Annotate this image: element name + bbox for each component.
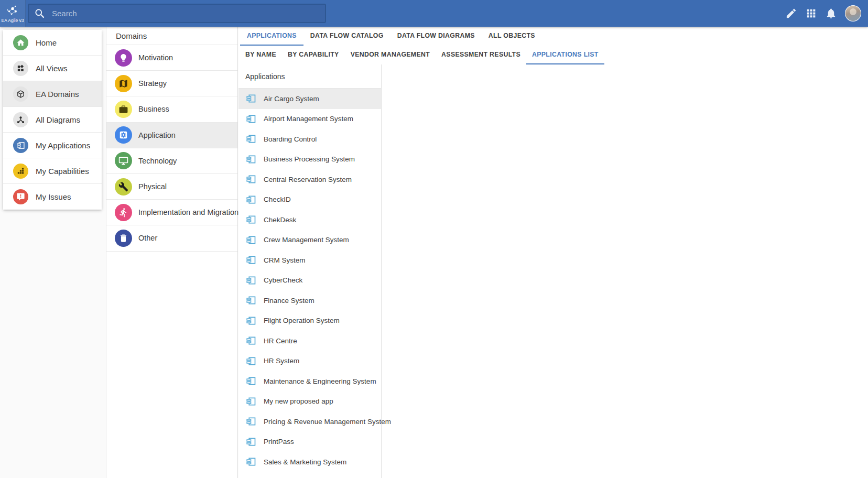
application-item-checkid[interactable]: CheckID: [238, 190, 381, 210]
domain-item-technology[interactable]: Technology: [106, 148, 237, 174]
application-item-sales-marketing-system[interactable]: Sales & Marketing System: [238, 452, 381, 472]
uml-component-icon: [245, 275, 257, 286]
sidebar-item-label: My Capabilities: [36, 167, 89, 176]
main-navigation: Home All Views EA Domains All Diagrams M…: [3, 30, 102, 210]
sidebar-item-my-applications[interactable]: My Applications: [3, 133, 102, 158]
sidebar-item-label: Home: [36, 38, 57, 47]
bell-icon[interactable]: [825, 7, 837, 19]
sidebar-item-label: EA Domains: [36, 90, 79, 99]
wrench-icon: [115, 178, 132, 195]
application-item-label: Flight Operation System: [264, 317, 340, 324]
app-logo[interactable]: EA Agile v3: [0, 0, 26, 27]
domain-item-other[interactable]: Other: [106, 225, 237, 251]
subtab-applications-list[interactable]: APPLICATIONS LIST: [526, 46, 604, 64]
sidebar-item-my-capabilities[interactable]: My Capabilities: [3, 158, 102, 184]
application-item-label: Pricing & Revenue Management System: [264, 418, 391, 426]
application-item-my-new-proposed-app[interactable]: My new proposed app: [238, 392, 381, 412]
application-item-printpass[interactable]: PrintPass: [238, 432, 381, 452]
tab-label: ALL OBJECTS: [489, 32, 535, 39]
applications-list: Air Cargo System Airport Management Syst…: [238, 89, 381, 472]
tab-label: DATA FLOW CATALOG: [310, 32, 384, 39]
application-item-flight-operation-system[interactable]: Flight Operation System: [238, 311, 381, 331]
domains-panel: Domains Motivation Strategy Business App…: [106, 27, 238, 478]
component-icon: [13, 138, 28, 153]
applications-list-title: Applications: [238, 64, 381, 89]
sidebar-item-my-issues[interactable]: My Issues: [3, 184, 102, 210]
bucket-icon: [115, 230, 132, 247]
application-item-label: ChekDesk: [264, 216, 296, 224]
uml-component-icon: [245, 316, 257, 326]
tab-applications[interactable]: APPLICATIONS: [240, 27, 303, 46]
uml-component-icon: [245, 174, 257, 184]
application-item-cybercheck[interactable]: CyberCheck: [238, 270, 381, 291]
tab-data-flow-diagrams[interactable]: DATA FLOW DIAGRAMS: [390, 27, 482, 46]
application-item-label: Air Cargo System: [264, 95, 319, 103]
uml-component-icon: [245, 295, 257, 306]
application-item-business-processing-system[interactable]: Business Processing System: [238, 149, 381, 170]
sub-tabs: BY NAME BY CAPABILITY VENDOR MANAGEMENT …: [238, 46, 868, 64]
application-item-pricing-revenue-management-system[interactable]: Pricing & Revenue Management System: [238, 411, 381, 432]
application-item-label: HR Centre: [264, 337, 297, 345]
application-item-finance-system[interactable]: Finance System: [238, 290, 381, 311]
issue-bubble-icon: [13, 189, 28, 204]
subtab-assessment-results[interactable]: ASSESSMENT RESULTS: [436, 46, 526, 64]
user-avatar[interactable]: [845, 5, 861, 21]
search-input[interactable]: [52, 9, 320, 18]
lightbulb-icon: [115, 49, 132, 67]
top-app-bar: EA Agile v3: [0, 0, 868, 27]
sidebar-item-all-views[interactable]: All Views: [3, 56, 102, 81]
subtab-label: VENDOR MANAGEMENT: [351, 51, 430, 58]
apps-grid-icon[interactable]: [805, 7, 817, 19]
main-tabs: APPLICATIONS DATA FLOW CATALOG DATA FLOW…: [238, 27, 868, 46]
tab-data-flow-catalog[interactable]: DATA FLOW CATALOG: [303, 27, 390, 46]
sidebar-item-ea-domains[interactable]: EA Domains: [3, 81, 102, 107]
application-item-chekdesk[interactable]: ChekDesk: [238, 210, 381, 230]
uml-component-icon: [245, 194, 257, 205]
application-item-hr-system[interactable]: HR System: [238, 351, 381, 372]
capability-grid-icon: [13, 164, 28, 179]
application-item-boarding-control[interactable]: Boarding Control: [238, 129, 381, 149]
domain-item-application[interactable]: Application: [106, 123, 237, 148]
domain-item-strategy[interactable]: Strategy: [106, 71, 237, 96]
application-item-label: HR System: [264, 357, 299, 365]
sidebar-item-all-diagrams[interactable]: All Diagrams: [3, 107, 102, 133]
application-item-label: Sales & Marketing System: [264, 458, 346, 466]
domains-panel-title: Domains: [106, 27, 237, 45]
domain-item-motivation[interactable]: Motivation: [106, 45, 237, 71]
application-item-crew-management-system[interactable]: Crew Management System: [238, 230, 381, 251]
uml-component-icon: [245, 396, 257, 407]
domain-item-business[interactable]: Business: [106, 96, 237, 122]
subtab-label: BY NAME: [245, 51, 276, 58]
uml-component-icon: [245, 255, 257, 265]
application-item-label: Airport Management System: [264, 115, 353, 123]
topbar-actions: [785, 5, 868, 21]
sidebar-item-label: My Issues: [36, 192, 71, 201]
domain-item-physical[interactable]: Physical: [106, 174, 237, 200]
molecule-icon: [5, 4, 20, 18]
sidebar-item-home[interactable]: Home: [3, 30, 102, 56]
domain-item-label: Application: [138, 131, 176, 139]
subtab-by-name[interactable]: BY NAME: [240, 46, 282, 64]
application-item-airport-management-system[interactable]: Airport Management System: [238, 109, 381, 129]
uml-component-icon: [245, 335, 257, 346]
uml-component-icon: [245, 134, 257, 144]
subtab-by-capability[interactable]: BY CAPABILITY: [282, 46, 345, 64]
application-item-central-reservation-system[interactable]: Central Reservation System: [238, 169, 381, 190]
domain-item-label: Technology: [138, 157, 177, 165]
uml-component-icon: [245, 437, 257, 447]
application-item-label: CyberCheck: [264, 276, 302, 284]
uml-component-icon: [245, 114, 257, 124]
domain-item-implementation-and-migration[interactable]: Implementation and Migration: [106, 200, 237, 225]
app-logo-label: EA Agile v3: [1, 18, 24, 23]
application-item-air-cargo-system[interactable]: Air Cargo System: [238, 89, 381, 109]
map-icon: [115, 75, 132, 92]
subtab-vendor-management[interactable]: VENDOR MANAGEMENT: [345, 46, 436, 64]
tab-all-objects[interactable]: ALL OBJECTS: [482, 27, 542, 46]
application-item-hr-centre[interactable]: HR Centre: [238, 331, 381, 351]
edit-icon[interactable]: [785, 7, 797, 19]
application-item-label: Maintenance & Engineering System: [264, 377, 376, 385]
uml-component-icon: [245, 154, 257, 165]
sidebar-item-label: My Applications: [36, 141, 90, 150]
application-item-crm-system[interactable]: CRM System: [238, 250, 381, 270]
application-item-maintenance-engineering-system[interactable]: Maintenance & Engineering System: [238, 371, 381, 392]
